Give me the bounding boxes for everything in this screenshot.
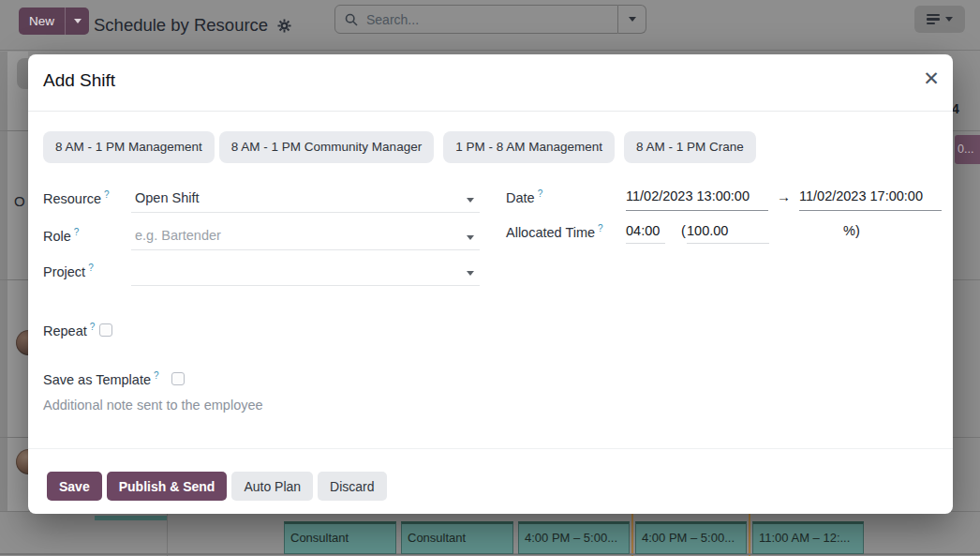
allocated-hours-input[interactable]: 04:00 (626, 223, 665, 244)
template-chip[interactable]: 8 AM - 1 PM Community Manager (219, 131, 434, 163)
allocated-time-row: 04:00 ( 100.00 %) (626, 223, 907, 246)
repeat-checkbox[interactable] (99, 323, 112, 337)
chevron-down-icon (467, 198, 474, 203)
chevron-down-icon (945, 17, 953, 22)
role-select[interactable]: e.g. Bartender (131, 225, 480, 250)
template-chip[interactable]: 8 AM - 1 PM Crane (624, 131, 756, 163)
search-input[interactable]: Search... (334, 5, 618, 34)
save-as-template-label: Save as Template? (43, 370, 159, 387)
page-title: Schedule by Resource (94, 15, 291, 36)
repeat-label: Repeat? (43, 322, 95, 338)
resource-value: Open Shift (135, 190, 200, 205)
shift-cell[interactable]: 11:00 AM – 12:... (752, 521, 864, 554)
role-placeholder: e.g. Bartender (135, 228, 221, 243)
today-column-marker (749, 512, 750, 556)
top-bar: New Schedule by Resource (0, 0, 980, 51)
help-icon: ? (74, 227, 80, 237)
day-column-header: 4 (952, 101, 959, 116)
shift-cell-truncated[interactable]: 0... (955, 135, 980, 164)
date-start-input[interactable]: 11/02/2023 13:00:00 (626, 188, 768, 211)
chevron-down-icon (467, 235, 474, 240)
shift-template-row: 8 AM - 1 PM Management 8 AM - 1 PM Commu… (43, 131, 756, 163)
shift-cell[interactable]: 4:00 PM – 5:00... (635, 521, 747, 554)
help-icon: ? (154, 370, 159, 381)
arrow-right-icon: → (777, 188, 791, 204)
percent-open-paren: ( (681, 223, 686, 238)
save-as-template-checkbox[interactable] (171, 372, 185, 385)
help-icon: ? (538, 188, 543, 199)
discard-button[interactable]: Discard (318, 472, 386, 501)
resource-label: Resource? (43, 189, 110, 206)
search-box: Search... (334, 5, 646, 34)
new-button[interactable]: New (19, 8, 65, 35)
template-chip[interactable]: 1 PM - 8 AM Management (443, 131, 615, 163)
list-view-icon (927, 14, 940, 25)
column-divider (167, 511, 168, 556)
date-end-input[interactable]: 11/02/2023 17:00:00 (799, 188, 942, 211)
today-column-marker (631, 512, 633, 556)
search-icon (345, 13, 358, 26)
view-switcher-button[interactable] (914, 6, 965, 33)
dialog-footer: Save Publish & Send Auto Plan Discard (47, 472, 387, 501)
search-placeholder: Search... (366, 12, 419, 27)
shift-cell-edge (95, 516, 167, 520)
dialog-footer-divider (28, 448, 953, 449)
project-select[interactable] (131, 261, 480, 286)
help-icon: ? (88, 263, 94, 273)
template-chip[interactable]: 8 AM - 1 PM Management (43, 131, 215, 163)
add-shift-dialog: Add Shift ✕ 8 AM - 1 PM Management 8 AM … (28, 54, 953, 514)
open-shifts-row-label: O (14, 193, 25, 209)
dialog-title: Add Shift (43, 70, 115, 91)
close-icon[interactable]: ✕ (918, 68, 944, 90)
new-dropdown-button[interactable] (65, 8, 89, 35)
chevron-down-icon (629, 17, 636, 22)
shift-cell[interactable]: Consultant (401, 521, 513, 554)
auto-plan-button[interactable]: Auto Plan (231, 472, 313, 501)
date-range: 11/02/2023 13:00:00 → 11/02/2023 17:00:0… (626, 188, 942, 211)
help-icon: ? (598, 223, 603, 233)
search-filters-dropdown[interactable] (618, 5, 646, 34)
allocated-time-label: Allocated Time? (506, 223, 603, 240)
project-label: Project? (43, 263, 94, 279)
save-button[interactable]: Save (47, 472, 102, 501)
shift-cell[interactable]: Consultant (284, 521, 396, 554)
note-input[interactable]: Additional note sent to the employee (43, 398, 263, 413)
resource-column-edge (0, 52, 7, 511)
chevron-down-icon (74, 19, 82, 23)
publish-send-button[interactable]: Publish & Send (107, 472, 228, 501)
date-label: Date? (506, 188, 542, 205)
role-label: Role? (43, 227, 79, 244)
gear-icon[interactable] (277, 19, 291, 33)
chevron-down-icon (467, 271, 474, 276)
page-title-text: Schedule by Resource (94, 15, 268, 36)
help-icon: ? (104, 189, 110, 200)
shift-cell[interactable]: 4:00 PM – 5:00... (518, 521, 630, 554)
resource-select[interactable]: Open Shift (131, 188, 480, 213)
help-icon: ? (90, 322, 96, 332)
allocated-percent-input[interactable]: 100.00 (687, 223, 769, 244)
new-split-button[interactable]: New (19, 8, 89, 35)
percent-close-paren: %) (843, 223, 860, 238)
dialog-header-divider (28, 111, 953, 112)
